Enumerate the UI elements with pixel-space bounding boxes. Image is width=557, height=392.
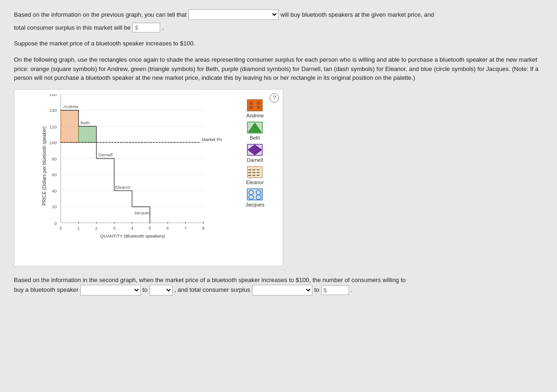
top-line2-pre: total consumer surplus in this market wi… xyxy=(14,24,130,31)
svg-text:4: 4 xyxy=(131,225,134,231)
svg-text:8: 8 xyxy=(202,225,204,231)
bottom-row: buy a bluetooth speaker decreases increa… xyxy=(14,285,543,296)
svg-text:Market Price: Market Price xyxy=(202,137,223,142)
top-line2-dot: . xyxy=(162,24,164,31)
svg-text:20: 20 xyxy=(52,204,57,209)
svg-text:Jacques: Jacques xyxy=(134,210,151,215)
svg-rect-46 xyxy=(247,100,262,111)
consumers-to-dropdown[interactable]: 1 2 3 4 5 xyxy=(149,285,173,296)
svg-text:Andrew: Andrew xyxy=(63,103,78,109)
svg-text:Eleanor: Eleanor xyxy=(115,184,131,189)
svg-text:Darnell: Darnell xyxy=(98,152,112,157)
bottom-line2-pre: buy a bluetooth speaker xyxy=(14,285,78,295)
y-axis-label: PRICE (Dollars per bluetooth speaker) xyxy=(42,150,47,206)
svg-text:1: 1 xyxy=(78,225,80,231)
beth-icon xyxy=(246,121,263,134)
surplus-change-dropdown[interactable]: decreases increases stays the same xyxy=(252,285,312,296)
final-surplus-input[interactable] xyxy=(321,285,349,295)
svg-text:140: 140 xyxy=(49,108,57,113)
legend-label-darnell: Darnell xyxy=(247,157,263,163)
legend-item-eleanor[interactable]: Eleanor xyxy=(246,166,264,185)
help-button[interactable]: ? xyxy=(270,93,279,103)
buyer-dropdown[interactable]: Andrew Beth Darnell Eleanor Jacques Andr… xyxy=(188,9,278,20)
svg-text:120: 120 xyxy=(49,124,57,129)
svg-text:Beth: Beth xyxy=(81,120,90,125)
svg-rect-37 xyxy=(78,126,96,142)
bottom-dot: . xyxy=(351,285,353,295)
svg-text:6: 6 xyxy=(167,225,169,231)
svg-text:40: 40 xyxy=(52,188,57,193)
svg-text:80: 80 xyxy=(52,156,57,161)
instructions: On the following graph, use the rectangl… xyxy=(14,55,543,83)
top-section: Based on the information on the previous… xyxy=(14,9,543,32)
legend-label-jacques: Jacques xyxy=(246,202,265,207)
darnell-icon xyxy=(246,143,263,156)
eleanor-icon xyxy=(246,166,263,179)
consumers-from-dropdown[interactable]: decreases increases stays the same xyxy=(80,285,141,296)
chart-area: PRICE (Dollars per bluetooth speaker) 16… xyxy=(14,89,283,266)
legend-item-darnell[interactable]: Darnell xyxy=(246,143,263,163)
legend-item-beth[interactable]: Beth xyxy=(246,121,263,141)
top-line1-pre: Based on the information on the previous… xyxy=(14,11,187,18)
svg-text:QUANTITY (Bluetooth speakers): QUANTITY (Bluetooth speakers) xyxy=(100,233,165,238)
svg-text:0: 0 xyxy=(54,220,57,225)
legend-item-andrew[interactable]: Andrew xyxy=(246,99,264,118)
svg-rect-49 xyxy=(249,106,253,109)
svg-rect-50 xyxy=(257,106,260,109)
legend-label-andrew: Andrew xyxy=(246,113,264,118)
suppose-text: Suppose the market price of a bluetooth … xyxy=(14,40,543,47)
chart-svg: 160 140 120 100 80 60 40 xyxy=(38,94,222,243)
svg-text:160: 160 xyxy=(49,94,57,97)
legend-label-beth: Beth xyxy=(250,135,260,141)
bottom-line1: Based on the information in the second g… xyxy=(14,276,543,285)
svg-text:100: 100 xyxy=(49,140,57,145)
svg-text:7: 7 xyxy=(184,225,187,231)
bottom-section: Based on the information in the second g… xyxy=(14,276,543,296)
top-row-1: Based on the information on the previous… xyxy=(14,9,543,20)
legend-label-eleanor: Eleanor xyxy=(246,180,264,185)
svg-text:5: 5 xyxy=(149,225,151,231)
bottom-line2-mid: to xyxy=(142,285,148,295)
surplus-input[interactable] xyxy=(132,23,160,32)
bottom-line2-post: , and total consumer surplus xyxy=(175,285,250,295)
svg-text:2: 2 xyxy=(95,225,97,231)
chart-container: PRICE (Dollars per bluetooth speaker) 16… xyxy=(14,90,227,266)
top-row-2: total consumer surplus in this market wi… xyxy=(14,23,543,32)
legend-item-jacques[interactable]: Jacques xyxy=(246,188,265,207)
svg-rect-48 xyxy=(257,102,260,105)
legend-panel: Andrew Beth Darnell xyxy=(227,90,283,266)
bottom-line2-end: to xyxy=(314,285,319,295)
jacques-icon xyxy=(246,188,263,201)
andrew-icon xyxy=(246,99,263,112)
top-line1-mid: will buy bluetooth speakers at the given… xyxy=(280,11,434,18)
svg-rect-36 xyxy=(61,110,78,142)
svg-text:3: 3 xyxy=(113,225,115,231)
svg-rect-47 xyxy=(249,102,253,105)
svg-text:60: 60 xyxy=(52,172,57,177)
svg-text:0: 0 xyxy=(59,225,62,231)
